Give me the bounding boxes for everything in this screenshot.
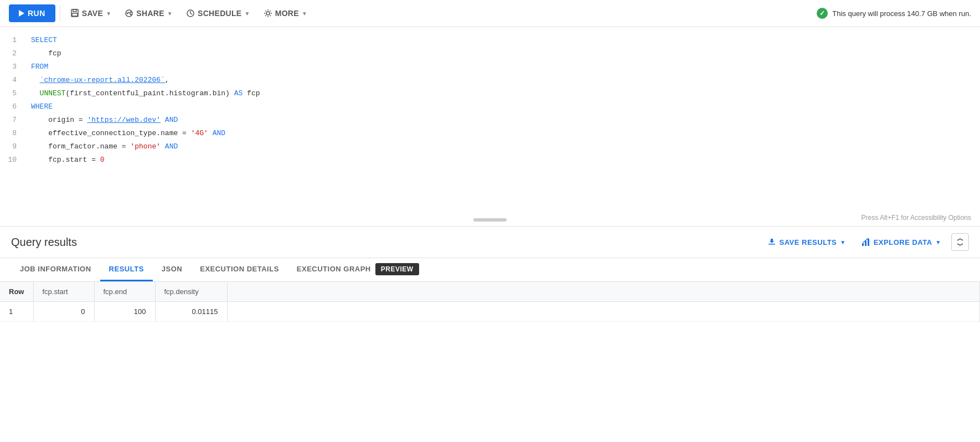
more-button[interactable]: MORE ▼ (258, 6, 313, 21)
svg-rect-15 (868, 239, 869, 246)
line-numbers: 1 2 3 4 5 6 7 8 9 10 (0, 27, 22, 226)
explore-data-icon (862, 238, 870, 246)
results-header: Query results SAVE RESULTS ▼ EXPLORE DAT… (0, 227, 980, 258)
results-table-container: Row fcp.start fcp.end fcp.density 1 0 10… (0, 282, 980, 322)
share-caret: ▼ (167, 11, 173, 17)
code-content[interactable]: SELECT fcp FROM `chrome-ux-report.all.20… (22, 27, 980, 226)
svg-rect-12 (768, 244, 775, 245)
results-tabs: JOB INFORMATION RESULTS JSON EXECUTION D… (0, 258, 980, 282)
cell-row-1: 1 (0, 302, 33, 322)
svg-rect-14 (865, 241, 866, 246)
tab-json[interactable]: JSON (153, 258, 191, 281)
col-header-fcp-end: fcp.end (94, 282, 155, 302)
share-icon (125, 9, 133, 18)
svg-point-11 (266, 12, 270, 15)
col-header-empty (227, 282, 980, 302)
tab-execution-graph[interactable]: EXECUTION GRAPH PREVIEW (288, 258, 428, 281)
table-header-row: Row fcp.start fcp.end fcp.density (0, 282, 980, 302)
save-button[interactable]: SAVE ▼ (65, 6, 117, 21)
cell-fcp-end-1: 100 (94, 302, 155, 322)
results-table: Row fcp.start fcp.end fcp.density 1 0 10… (0, 282, 980, 322)
share-button[interactable]: SHARE ▼ (119, 6, 178, 21)
save-results-caret: ▼ (840, 239, 845, 245)
svg-rect-13 (862, 243, 864, 246)
svg-line-4 (128, 12, 130, 13)
cell-fcp-start-1: 0 (33, 302, 94, 322)
horizontal-scrollbar[interactable] (473, 218, 507, 222)
col-header-row: Row (0, 282, 33, 302)
save-results-icon (767, 238, 776, 246)
save-results-button[interactable]: SAVE RESULTS ▼ (762, 234, 852, 250)
svg-line-10 (190, 13, 192, 14)
tab-execution-details[interactable]: EXECUTION DETAILS (191, 258, 288, 281)
results-title: Query results (11, 236, 77, 249)
toolbar: RUN SAVE ▼ SHARE ▼ SCHEDULE ▼ (0, 0, 980, 27)
toolbar-separator (60, 6, 60, 21)
schedule-button[interactable]: SCHEDULE ▼ (180, 6, 256, 21)
save-caret: ▼ (106, 11, 111, 17)
expand-icon (956, 238, 964, 246)
code-editor[interactable]: 1 2 3 4 5 6 7 8 9 10 SELECT fcp FROM `ch… (0, 27, 980, 227)
check-icon: ✓ (817, 8, 828, 19)
results-actions: SAVE RESULTS ▼ EXPLORE DATA ▼ (762, 233, 969, 251)
cell-empty-1 (227, 302, 980, 322)
col-header-fcp-density: fcp.density (155, 282, 227, 302)
gear-icon (264, 9, 272, 18)
save-icon (70, 9, 79, 18)
svg-point-7 (130, 14, 132, 16)
svg-rect-2 (72, 13, 78, 16)
accessibility-hint: Press Alt+F1 for Accessibility Options (862, 214, 971, 222)
schedule-caret: ▼ (244, 11, 250, 17)
svg-rect-1 (73, 9, 76, 12)
svg-point-6 (130, 12, 132, 13)
tab-job-information[interactable]: JOB INFORMATION (11, 258, 100, 281)
play-icon (19, 10, 24, 17)
more-caret: ▼ (302, 11, 307, 17)
expand-results-button[interactable] (951, 233, 969, 251)
run-button[interactable]: RUN (9, 4, 55, 22)
preview-badge: PREVIEW (375, 263, 419, 275)
explore-data-button[interactable]: EXPLORE DATA ▼ (856, 234, 947, 250)
svg-point-5 (127, 13, 128, 14)
cell-fcp-density-1: 0.01115 (155, 302, 227, 322)
query-info: ✓ This query will process 140.7 GB when … (817, 8, 971, 19)
col-header-fcp-start: fcp.start (33, 282, 94, 302)
schedule-icon (186, 9, 195, 18)
table-row: 1 0 100 0.01115 (0, 302, 980, 322)
tab-results[interactable]: RESULTS (100, 258, 153, 281)
explore-data-caret: ▼ (936, 239, 941, 245)
